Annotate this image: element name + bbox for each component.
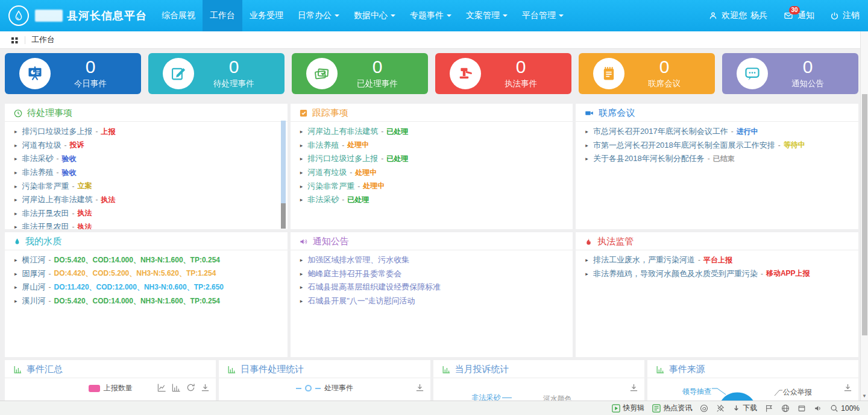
list-item[interactable]: ▸河岸边上有非法建筑-执法 [5, 193, 288, 207]
list-item[interactable]: ▸污染非常严重-处理中 [291, 179, 573, 193]
list-item[interactable]: ▸非法采砂-验收 [5, 152, 288, 166]
panel-scrollbar[interactable] [281, 121, 286, 228]
statusbar-pin-off-button[interactable] [716, 404, 725, 413]
item-title: 排污口垃圾过多上报 [307, 153, 378, 164]
list-item[interactable]: ▸鲍峰庭主持召开县委常委会 [291, 267, 573, 281]
tb-download-icon[interactable] [629, 383, 638, 392]
tb-download-icon[interactable] [415, 383, 424, 392]
item-status: 处理中 [355, 168, 377, 178]
nav-item-business[interactable]: 业务受理 [242, 0, 291, 31]
statusbar-download-button[interactable]: 下载 [732, 403, 757, 413]
list-item[interactable]: ▸非法开垦农田-执法 [5, 220, 288, 229]
statusbar-zoom-button[interactable]: 100% [830, 404, 860, 413]
list-item[interactable]: ▸固厚河-DO:4.420、COD:5.200、NH3-N:5.620、TP:1… [5, 267, 288, 281]
panel-meetings: 联席会议▸市总河长召开2017年底河长制会议工作-进行中▸市第一总河长召开201… [576, 104, 858, 229]
panel-scrollbar-track[interactable] [281, 121, 286, 203]
list-item[interactable]: ▸排污口垃圾过多上报-上报 [5, 125, 288, 139]
tb-refresh-icon[interactable] [186, 383, 195, 392]
chevron-down-icon [391, 14, 395, 19]
list-item[interactable]: ▸市总河长召开2017年底河长制会议工作-进行中 [576, 125, 858, 139]
panel-scrollbar-thumb[interactable] [281, 203, 286, 229]
list-item[interactable]: ▸横江河-DO:5.420、COD:14.000、NH3-N:1.600、TP:… [5, 253, 288, 267]
stat-card-today-events[interactable]: 0今日事件 [5, 53, 141, 94]
list-item[interactable]: ▸非法养殖鸡，导致河水颜色及水质受到严重污染-移动APP上报 [576, 267, 858, 281]
nav-item-documents[interactable]: 文案管理 [459, 0, 515, 31]
list-item[interactable]: ▸非法开垦农田-执法 [5, 207, 288, 221]
nav-item-overview[interactable]: 综合展视 [154, 0, 203, 31]
status-separator: - [49, 256, 51, 264]
grid-menu-icon[interactable] [11, 36, 19, 44]
statusbar-label: 下载 [743, 403, 757, 413]
list-item[interactable]: ▸石城县提高基层组织建设经费保障标准 [291, 280, 573, 294]
item-status: 已处理 [386, 127, 408, 137]
list-item[interactable]: ▸非法养殖-处理中 [291, 139, 573, 153]
item-title: 非法采砂 [22, 153, 54, 164]
notifications-button[interactable]: 30 通知 [783, 10, 814, 21]
panel-notices: 通知公告▸加强区域排水管理、污水收集▸鲍峰庭主持召开县委常委会▸石城县提高基层组… [291, 232, 573, 357]
nav-item-workbench[interactable]: 工作台 [203, 0, 242, 31]
stat-icon-circle [19, 58, 51, 89]
chart-title: 事件来源 [669, 364, 705, 375]
page-title: 工作台 [31, 34, 55, 45]
statusbar-flag-button[interactable] [765, 404, 773, 413]
item-title: 河岸边上有非法建筑 [22, 194, 93, 205]
list-item[interactable]: ▸排法工业废水，严重污染河道-平台上报 [576, 253, 858, 267]
chart-legend[interactable]: 处理事件 [219, 378, 430, 393]
list-item[interactable]: ▸排污口垃圾过多上报-已处理 [291, 152, 573, 166]
logout-button[interactable]: 注销 [830, 10, 860, 21]
check-card-icon [313, 65, 330, 82]
list-item[interactable]: ▸溪川河-DO:5.420、COD:14.000、NH3-N:1.600、TP:… [5, 294, 288, 308]
list-item[interactable]: ▸非法采砂-已处理 [291, 193, 573, 207]
stat-card-pending-events[interactable]: 0待处理事件 [148, 53, 285, 94]
stat-card-notices[interactable]: 0通知公告 [722, 53, 858, 94]
panels-row-1: 待处理事项▸排污口垃圾过多上报-上报▸河道有垃圾-投诉▸非法采砂-验收▸非法养殖… [5, 104, 858, 229]
nav-item-special-events[interactable]: 专题事件 [403, 0, 459, 31]
statusbar-compat-mode-button[interactable] [781, 404, 790, 413]
list-item[interactable]: ▸河道有垃圾-投诉 [5, 139, 288, 153]
list-item[interactable]: ▸河道有垃圾-处理中 [291, 166, 573, 180]
page-scrollbar[interactable]: ▼ [860, 31, 868, 401]
caret-right-icon: ▸ [585, 156, 588, 162]
statusbar-sound-button[interactable] [814, 404, 822, 413]
caret-right-icon: ▸ [300, 197, 303, 203]
stat-card-joint-meetings[interactable]: 0联席会议 [579, 53, 715, 94]
list-item[interactable]: ▸加强区域排水管理、污水收集 [291, 253, 573, 267]
stat-value: 0 [768, 58, 848, 76]
tb-line-icon[interactable] [157, 383, 166, 392]
status-separator: - [381, 154, 383, 163]
breadcrumb: 工作台 [0, 31, 868, 49]
statusbar-hot-news-button[interactable]: 热点资讯 [652, 403, 692, 413]
panel-header: 待处理事项 [5, 104, 288, 122]
stat-card-enforcement-events[interactable]: 0执法事件 [435, 53, 571, 94]
statusbar-quick-clip-button[interactable]: 快剪辑 [612, 403, 644, 413]
welcome-user[interactable]: 欢迎您 杨兵 [708, 10, 767, 21]
item-title: 石城县提高基层组织建设经费保障标准 [307, 282, 441, 293]
list-item[interactable]: ▸屏山河-DO:11.420、COD:12.000、NH3-N:0.600、TP… [5, 280, 288, 294]
tb-download-icon[interactable] [201, 383, 210, 392]
scrollbar-thumb[interactable] [862, 94, 867, 335]
list-item[interactable]: ▸污染非常严重-立案 [5, 179, 288, 193]
list-item[interactable]: ▸石城县开展"八一"走访慰问活动 [291, 294, 573, 308]
item-status: 执法 [78, 208, 92, 218]
user-icon [708, 11, 718, 21]
statusbar-window-button[interactable] [797, 404, 806, 413]
item-status: DO:4.420、COD:5.200、NH3-N:5.620、TP:1.254 [54, 268, 216, 279]
list-item[interactable]: ▸河岸边上有非法建筑-已处理 [291, 125, 573, 139]
nav-item-data-center[interactable]: 数据中心 [347, 0, 403, 31]
statusbar-reader-mode-button[interactable] [700, 404, 708, 413]
stat-card-processed-events[interactable]: 0已处理事件 [292, 53, 428, 94]
pie-slice[interactable] [720, 391, 755, 401]
list-item[interactable]: ▸关于各县2018年河长制分配任务-已结束 [576, 152, 858, 166]
item-status: DO:11.420、COD:12.000、NH3-N:0.600、TP:2.65… [54, 282, 224, 293]
nav-item-daily-office[interactable]: 日常办公 [291, 0, 347, 31]
list-item[interactable]: ▸市第一总河长召开2018年底河长制全面展示工作安排-等待中 [576, 139, 858, 153]
scrollbar-down-arrow-icon[interactable]: ▼ [861, 394, 868, 399]
tb-bar-icon[interactable] [172, 383, 181, 392]
sb-pin-icon [716, 404, 725, 413]
nav-item-platform[interactable]: 平台管理 [515, 0, 571, 31]
caret-right-icon: ▸ [14, 284, 17, 290]
list-item[interactable]: ▸非法养殖-验收 [5, 166, 288, 180]
item-title: 市第一总河长召开2018年底河长制全面展示工作安排 [593, 140, 775, 151]
power-icon [830, 11, 839, 21]
tb-download-icon[interactable] [843, 383, 852, 392]
